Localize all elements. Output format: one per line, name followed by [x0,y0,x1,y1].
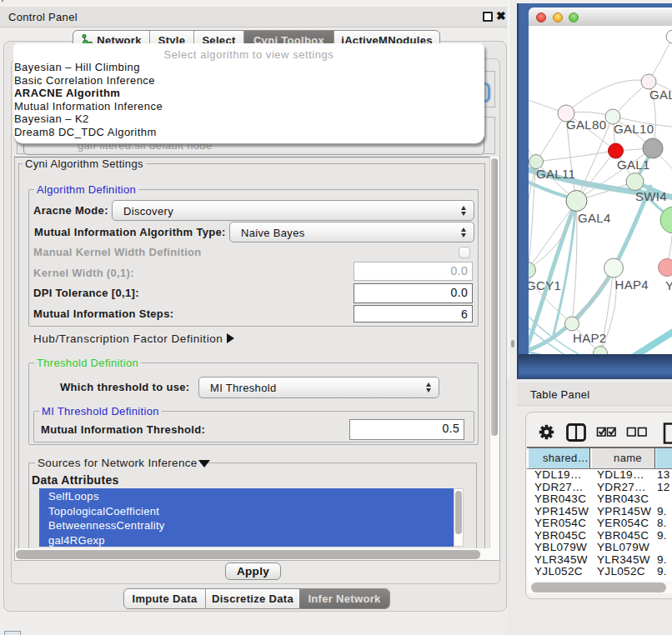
svg-text:SWI4: SWI4 [635,189,667,203]
svg-text:GAL10: GAL10 [614,122,654,136]
svg-text:GAL11: GAL11 [536,167,575,181]
svg-text:Y: Y [665,278,672,292]
svg-text:HAP2: HAP2 [573,331,606,345]
svg-text:GAL1: GAL1 [617,158,650,172]
svg-text:GCY1: GCY1 [529,278,561,292]
svg-text:GAL2: GAL2 [649,88,672,102]
svg-text:GAL80: GAL80 [566,118,606,132]
svg-text:GAL4: GAL4 [578,211,611,225]
svg-text:HAP4: HAP4 [615,278,649,292]
